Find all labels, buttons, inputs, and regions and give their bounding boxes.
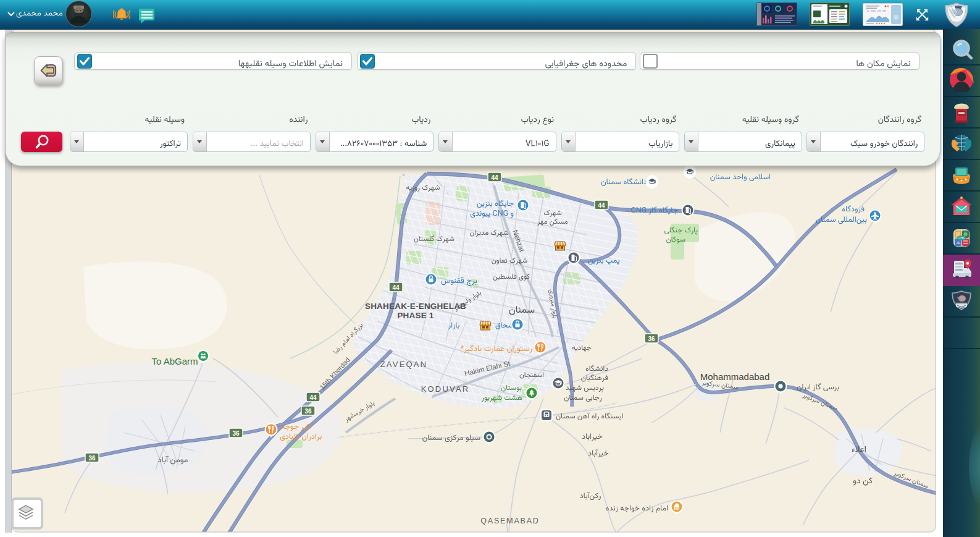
svg-text:36: 36 xyxy=(648,336,655,342)
svg-text:36: 36 xyxy=(88,455,96,462)
svg-text:SHAHEAK-E-ENGHELAB: SHAHEAK-E-ENGHELAB xyxy=(365,302,466,311)
svg-text:KODUVAR: KODUVAR xyxy=(421,384,470,394)
svg-text:44: 44 xyxy=(598,202,605,209)
svg-text:QASEMABAD: QASEMABAD xyxy=(480,517,539,525)
svg-text:36: 36 xyxy=(304,408,312,415)
svg-text:Mohammadabad: Mohammadabad xyxy=(700,371,770,382)
svg-text:44: 44 xyxy=(392,284,400,291)
svg-text:To AbGarm: To AbGarm xyxy=(151,356,198,366)
svg-text:44: 44 xyxy=(491,174,498,181)
svg-text:PHASE 1: PHASE 1 xyxy=(397,311,433,320)
svg-text:44: 44 xyxy=(309,394,317,401)
svg-text:CHA: CHA xyxy=(958,237,965,240)
svg-text:36: 36 xyxy=(232,430,240,437)
svg-text:ZAVEQAN: ZAVEQAN xyxy=(380,360,428,369)
